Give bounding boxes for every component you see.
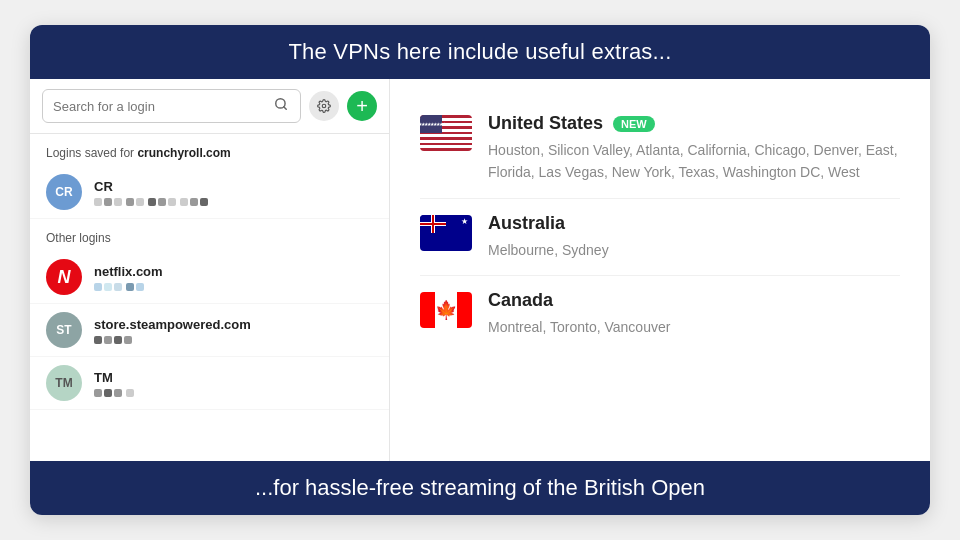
bottom-banner-text: ...for hassle-free streaming of the Brit…	[255, 475, 705, 500]
au-union-jack	[420, 215, 446, 233]
us-flag: ★★★★★★★★★	[420, 115, 472, 151]
toolbar-icons: +	[309, 91, 377, 121]
password-dots	[94, 283, 373, 291]
country-item-au[interactable]: ★ Australia Melbourne, Sydney	[420, 199, 900, 276]
list-item[interactable]: ST store.steampowered.com	[30, 304, 389, 357]
login-info: CR	[94, 179, 373, 206]
search-input-wrapper[interactable]	[42, 89, 301, 123]
top-banner: The VPNs here include useful extras...	[30, 25, 930, 79]
login-info: TM	[94, 370, 373, 397]
avatar: CR	[46, 174, 82, 210]
search-input[interactable]	[53, 99, 272, 114]
country-cities-us: Houston, Silicon Valley, Atlanta, Califo…	[488, 139, 900, 184]
crunchyroll-site: crunchyroll.com	[137, 146, 230, 160]
svg-line-1	[284, 107, 287, 110]
sidebar: + Logins saved for crunchyroll.com CR CR	[30, 79, 390, 461]
password-dots	[94, 389, 373, 397]
bottom-banner: ...for hassle-free streaming of the Brit…	[30, 461, 930, 515]
password-dots	[94, 336, 373, 344]
country-header-us: United States NEW	[488, 113, 900, 134]
login-info: store.steampowered.com	[94, 317, 373, 344]
login-name: store.steampowered.com	[94, 317, 373, 332]
list-item[interactable]: TM TM	[30, 357, 389, 410]
country-details-ca: Canada Montreal, Toronto, Vancouver	[488, 290, 900, 338]
login-name: TM	[94, 370, 373, 385]
country-details-au: Australia Melbourne, Sydney	[488, 213, 900, 261]
search-icon-button[interactable]	[272, 95, 290, 117]
us-canton: ★★★★★★★★★	[420, 115, 442, 133]
country-cities-ca: Montreal, Toronto, Vancouver	[488, 316, 900, 338]
avatar: ST	[46, 312, 82, 348]
content-area: + Logins saved for crunchyroll.com CR CR	[30, 79, 930, 461]
search-bar: +	[30, 79, 389, 134]
password-dots	[94, 198, 373, 206]
country-cities-au: Melbourne, Sydney	[488, 239, 900, 261]
country-item-us[interactable]: ★★★★★★★★★ United States NEW Houston, Sil…	[420, 99, 900, 199]
country-name-ca: Canada	[488, 290, 553, 311]
list-item[interactable]: N netflix.com	[30, 251, 389, 304]
list-item[interactable]: CR CR	[30, 166, 389, 219]
country-details-us: United States NEW Houston, Silicon Valle…	[488, 113, 900, 184]
avatar: TM	[46, 365, 82, 401]
country-header-au: Australia	[488, 213, 900, 234]
main-container: The VPNs here include useful extras...	[30, 25, 930, 515]
au-stars: ★	[461, 217, 468, 226]
login-info: netflix.com	[94, 264, 373, 291]
avatar: N	[46, 259, 82, 295]
ca-flag: 🍁	[420, 292, 472, 328]
country-name-au: Australia	[488, 213, 565, 234]
maple-leaf-icon: 🍁	[435, 301, 457, 319]
ca-left-red	[420, 292, 435, 328]
au-flag: ★	[420, 215, 472, 251]
country-name-us: United States	[488, 113, 603, 134]
add-button[interactable]: +	[347, 91, 377, 121]
settings-button[interactable]	[309, 91, 339, 121]
login-name: CR	[94, 179, 373, 194]
svg-point-2	[322, 104, 326, 108]
ca-center-white: 🍁	[435, 292, 457, 328]
new-badge-us: NEW	[613, 116, 655, 132]
sidebar-content: Logins saved for crunchyroll.com CR CR	[30, 134, 389, 461]
top-banner-text: The VPNs here include useful extras...	[288, 39, 671, 64]
country-item-ca[interactable]: 🍁 Canada Montreal, Toronto, Vancouver	[420, 276, 900, 352]
other-logins-section-label: Other logins	[30, 219, 389, 251]
crunchyroll-section-label: Logins saved for crunchyroll.com	[30, 134, 389, 166]
login-name: netflix.com	[94, 264, 373, 279]
country-header-ca: Canada	[488, 290, 900, 311]
right-panel: ★★★★★★★★★ United States NEW Houston, Sil…	[390, 79, 930, 461]
ca-right-red	[457, 292, 472, 328]
